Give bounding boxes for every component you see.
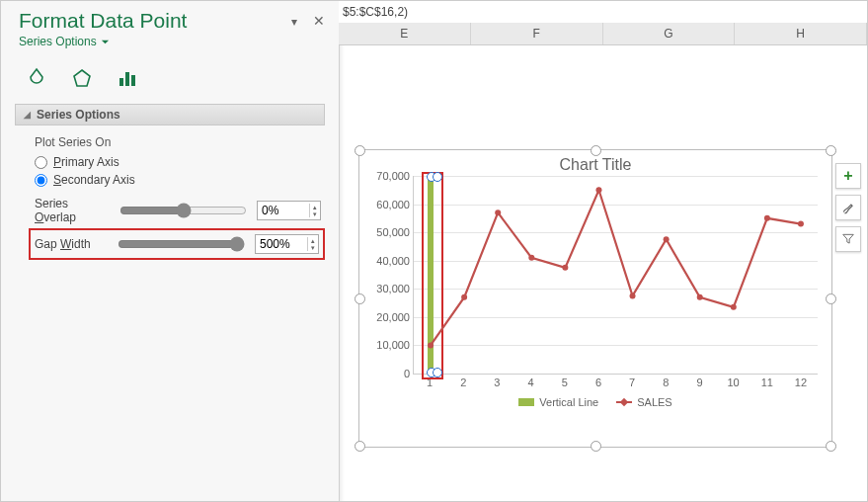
x-tick-label: 12 — [784, 376, 818, 388]
fill-line-tab-icon[interactable] — [23, 64, 50, 92]
secondary-axis-radio-input[interactable] — [35, 174, 47, 187]
gap-width-highlight: Gap Width ▴▾ — [29, 228, 325, 260]
series-options-section-header[interactable]: ◢ Series Options — [15, 104, 325, 126]
x-tick-label: 3 — [480, 376, 513, 388]
x-tick-label: 4 — [514, 376, 548, 388]
format-data-point-pane: Format Data Point Series Options ▾ ✕ ◢ S… — [1, 1, 340, 502]
resize-handle[interactable] — [826, 145, 836, 156]
y-tick-label: 40,000 — [366, 255, 410, 267]
column-headers: E F G H — [339, 23, 867, 45]
svg-point-13 — [731, 304, 737, 310]
resize-handle[interactable] — [591, 441, 601, 452]
col-header[interactable]: E — [339, 23, 471, 44]
gap-width-slider[interactable] — [118, 236, 245, 252]
series-options-label: Series Options — [19, 35, 97, 48]
resize-handle[interactable] — [591, 145, 601, 156]
resize-handle[interactable] — [826, 441, 836, 452]
col-header[interactable]: H — [735, 23, 867, 44]
resize-handle[interactable] — [355, 145, 365, 156]
primary-axis-label: Primary Axis — [53, 155, 119, 169]
svg-point-6 — [495, 209, 501, 215]
x-axis-labels: 123456789101112 — [413, 376, 818, 388]
overlap-up-icon[interactable]: ▴ — [310, 204, 320, 210]
series-options-dropdown[interactable]: Series Options — [19, 35, 110, 48]
x-tick-label: 5 — [548, 376, 582, 388]
sales-line-series[interactable] — [414, 176, 818, 374]
paintbrush-icon — [841, 201, 855, 214]
svg-point-5 — [461, 294, 467, 300]
svg-rect-1 — [119, 78, 123, 86]
formula-text: $5:$C$16,2) — [343, 5, 408, 19]
collapse-triangle-icon: ◢ — [24, 110, 31, 120]
y-tick-label: 60,000 — [366, 199, 410, 210]
pane-close-icon[interactable]: ✕ — [313, 13, 325, 29]
svg-rect-2 — [125, 72, 129, 86]
gap-up-icon[interactable]: ▴ — [308, 237, 318, 244]
x-tick-label: 11 — [750, 376, 784, 388]
pane-title: Format Data Point — [19, 9, 325, 33]
y-tick-label: 10,000 — [366, 339, 410, 351]
x-tick-label: 9 — [682, 376, 716, 388]
col-header[interactable]: G — [603, 23, 736, 44]
x-tick-label: 10 — [717, 376, 750, 388]
resize-handle[interactable] — [355, 441, 365, 452]
gap-width-row: Gap Width ▴▾ — [35, 234, 319, 254]
gap-width-input[interactable] — [256, 235, 307, 253]
chart-object[interactable]: Chart Title 010,00020,00030,00040,00050,… — [358, 149, 832, 448]
svg-point-9 — [595, 187, 601, 193]
secondary-axis-label: Secondary Axis — [53, 173, 135, 187]
svg-point-11 — [664, 236, 670, 242]
y-tick-label: 20,000 — [366, 311, 410, 323]
gap-width-spinner[interactable]: ▴▾ — [255, 234, 319, 254]
svg-rect-3 — [131, 75, 135, 86]
overlap-down-icon[interactable]: ▾ — [310, 210, 320, 217]
chevron-down-icon — [101, 38, 110, 46]
legend-item[interactable]: SALES — [616, 396, 671, 408]
series-overlap-label: Series Overlap — [35, 197, 110, 224]
legend-label: SALES — [637, 396, 671, 408]
series-overlap-slider[interactable] — [119, 203, 247, 218]
x-tick-label: 8 — [649, 376, 682, 388]
svg-point-14 — [764, 215, 770, 221]
pane-tab-icons — [1, 52, 339, 102]
funnel-icon — [841, 232, 855, 246]
svg-marker-0 — [74, 70, 90, 86]
x-tick-label: 2 — [446, 376, 480, 388]
series-options-tab-icon[interactable] — [114, 64, 141, 92]
legend-item[interactable]: Vertical Line — [518, 396, 598, 408]
formula-bar[interactable]: $5:$C$16,2) — [339, 1, 867, 24]
y-tick-label: 0 — [366, 368, 410, 379]
chart-styles-button[interactable] — [835, 195, 861, 220]
effects-tab-icon[interactable] — [68, 64, 96, 92]
primary-axis-radio[interactable]: Primary Axis — [35, 155, 321, 169]
y-tick-label: 50,000 — [366, 226, 410, 238]
col-header[interactable]: F — [471, 23, 603, 44]
pane-options-caret-icon[interactable]: ▾ — [291, 15, 297, 29]
y-tick-label: 30,000 — [366, 283, 410, 294]
gap-down-icon[interactable]: ▾ — [308, 244, 318, 251]
x-tick-label: 7 — [615, 376, 649, 388]
legend-swatch-bar — [518, 398, 534, 406]
chart-legend[interactable]: Vertical Line SALES — [359, 396, 831, 408]
chart-plot-area[interactable]: 010,00020,00030,00040,00050,00060,00070,… — [413, 176, 818, 375]
primary-axis-radio-input[interactable] — [35, 156, 47, 169]
legend-label: Vertical Line — [539, 396, 598, 408]
secondary-axis-radio[interactable]: Secondary Axis — [35, 173, 321, 187]
plot-series-on-label: Plot Series On — [35, 135, 321, 149]
app-window: Format Data Point Series Options ▾ ✕ ◢ S… — [0, 0, 868, 502]
y-tick-label: 70,000 — [366, 170, 410, 182]
chart-elements-button[interactable]: + — [835, 163, 861, 189]
resize-handle[interactable] — [355, 293, 365, 304]
chart-filters-button[interactable] — [835, 226, 861, 252]
series-overlap-spinner[interactable]: ▴▾ — [257, 201, 321, 220]
svg-point-15 — [798, 221, 804, 227]
resize-handle[interactable] — [826, 293, 836, 304]
svg-point-12 — [697, 294, 703, 300]
svg-point-7 — [528, 255, 534, 261]
legend-swatch-line — [616, 401, 632, 403]
svg-point-10 — [630, 293, 636, 298]
svg-point-4 — [428, 342, 434, 348]
series-overlap-row: Series Overlap ▴▾ — [35, 197, 321, 224]
x-tick-label: 6 — [582, 376, 615, 388]
series-overlap-input[interactable] — [258, 202, 309, 219]
